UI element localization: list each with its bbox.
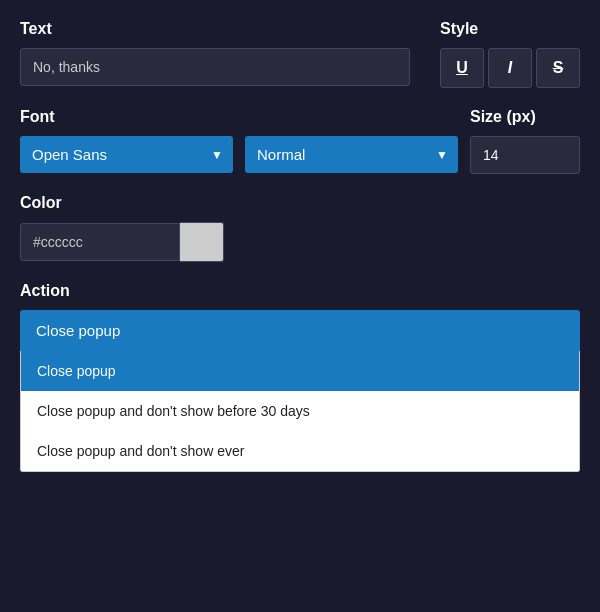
style-label: Style: [440, 20, 580, 38]
color-label: Color: [20, 194, 580, 212]
font-dropdown-wrapper: Open Sans Arial Georgia Times New Roman …: [20, 136, 233, 173]
style-section: Style U I S: [440, 20, 580, 88]
style-buttons: U I S: [440, 48, 580, 88]
action-section: Action Close popup ⌄ Close popup Close p…: [20, 282, 580, 472]
text-input[interactable]: [20, 48, 410, 86]
underline-button[interactable]: U: [440, 48, 484, 88]
weight-label: [245, 108, 458, 126]
font-section: Font Open Sans Arial Georgia Times New R…: [20, 108, 233, 173]
action-option-1[interactable]: Close popup: [21, 351, 579, 391]
size-input[interactable]: [470, 136, 580, 174]
size-section: Size (px): [470, 108, 580, 174]
action-dropdown-button[interactable]: Close popup: [20, 310, 580, 351]
action-option-3[interactable]: Close popup and don't show ever: [21, 431, 579, 471]
color-input-row: [20, 222, 580, 262]
text-label: Text: [20, 20, 410, 38]
italic-icon: I: [508, 59, 512, 77]
font-row: Font Open Sans Arial Georgia Times New R…: [20, 108, 580, 174]
action-dropdown-menu: Close popup Close popup and don't show b…: [20, 351, 580, 472]
color-section: Color: [20, 194, 580, 262]
strikethrough-button[interactable]: S: [536, 48, 580, 88]
weight-dropdown[interactable]: Normal Bold Light Thin: [245, 136, 458, 173]
italic-button[interactable]: I: [488, 48, 532, 88]
action-selected-label: Close popup: [36, 322, 120, 339]
size-label: Size (px): [470, 108, 580, 126]
font-label: Font: [20, 108, 233, 126]
strikethrough-icon: S: [553, 59, 564, 77]
color-hex-input[interactable]: [20, 223, 180, 261]
underline-icon: U: [456, 59, 468, 77]
weight-section: Normal Bold Light Thin ▼: [245, 108, 458, 173]
text-section: Text: [20, 20, 410, 86]
action-label: Action: [20, 282, 580, 300]
color-swatch[interactable]: [180, 222, 224, 262]
weight-dropdown-wrapper: Normal Bold Light Thin ▼: [245, 136, 458, 173]
action-option-2[interactable]: Close popup and don't show before 30 day…: [21, 391, 579, 431]
action-dropdown-wrapper: Close popup ⌄ Close popup Close popup an…: [20, 310, 580, 472]
font-dropdown[interactable]: Open Sans Arial Georgia Times New Roman: [20, 136, 233, 173]
